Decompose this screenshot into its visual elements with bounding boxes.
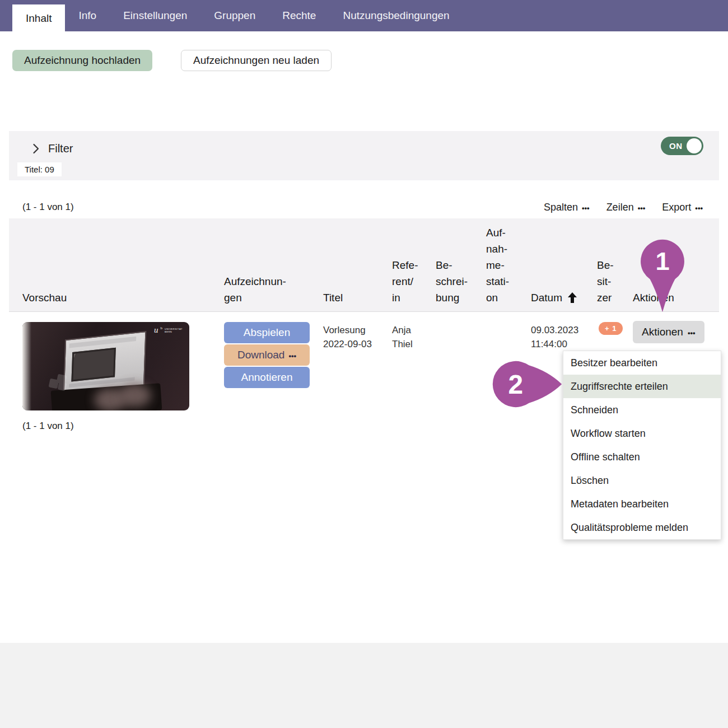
toggle-on-label: ON [669, 141, 683, 151]
thumbnail-light-edge [22, 322, 31, 410]
reload-recordings-button[interactable]: Aufzeichnungen neu laden [181, 50, 332, 71]
step-2-number: 2 [508, 370, 524, 399]
tab-nutzungsbedingungen[interactable]: Nutzungsbedingungen [329, 0, 463, 31]
watermark-icon [49, 375, 68, 391]
menu-item-offline-schalten[interactable]: Offline schalten [563, 445, 721, 469]
filter-label: Filter [48, 142, 73, 155]
column-header-aufnahmestation: Auf- nah- me- stati- on [486, 225, 509, 306]
column-header-aufzeichnungen: Aufzeichnun- gen [224, 273, 286, 306]
actions-dropdown-menu: Besitzer bearbeiten Zugriffsrechte ertei… [563, 351, 721, 540]
university-bern-logo: u b UNIVERSITÄT BERN [154, 326, 183, 333]
upload-recording-button[interactable]: Aufzeichnung hochladen [12, 50, 152, 71]
rows-label: Zeilen [606, 202, 634, 213]
filter-toggle[interactable]: ON [661, 137, 703, 155]
rows-menu-button[interactable]: Zeilen ••• [606, 202, 646, 213]
step-1-number: 1 [655, 247, 669, 276]
more-icon: ••• [288, 352, 296, 360]
actions-label: Aktionen [642, 326, 683, 338]
chevron-right-icon [32, 143, 39, 154]
annotate-button[interactable]: Annotieren [224, 367, 310, 388]
column-header-referent: Refe- rent/ in [392, 257, 418, 306]
video-thumbnail[interactable]: u b UNIVERSITÄT BERN [22, 322, 189, 410]
row-date: 09.03.2023 11:44:00 [531, 323, 578, 351]
more-icon: ••• [688, 329, 696, 337]
menu-item-schneiden[interactable]: Schneiden [563, 398, 721, 422]
table-header: Vorschau Aufzeichnun- gen Titel Refe- re… [9, 218, 719, 312]
download-label: Download [237, 349, 285, 361]
column-header-titel: Titel [323, 290, 343, 306]
tab-einstellungen[interactable]: Einstellungen [110, 0, 200, 31]
export-menu-button[interactable]: Export ••• [662, 202, 703, 213]
step-1-marker: 1 [637, 238, 688, 313]
logo-caption-line2: BERN [165, 330, 172, 333]
column-header-beschreibung: Be- schrei- bung [436, 257, 468, 306]
sort-ascending-icon [567, 292, 577, 303]
result-count-top: (1 - 1 von 1) [22, 202, 74, 213]
menu-item-besitzer-bearbeiten[interactable]: Besitzer bearbeiten [563, 351, 721, 375]
more-icon: ••• [638, 204, 646, 212]
filter-panel: Filter ON Titel: 09 [9, 131, 719, 180]
active-filter-chip[interactable]: Titel: 09 [17, 162, 62, 176]
table-tools: Spalten ••• Zeilen ••• Export ••• [544, 202, 703, 213]
tab-gruppen[interactable]: Gruppen [200, 0, 269, 31]
column-header-datum[interactable]: Datum [531, 290, 577, 306]
row-action-buttons: Abspielen Download ••• Annotieren [224, 322, 310, 388]
toggle-knob[interactable] [687, 138, 702, 153]
thumbnail-hand [119, 384, 151, 407]
row-presenter: Anja Thiel [392, 323, 413, 351]
columns-menu-button[interactable]: Spalten ••• [544, 202, 590, 213]
tab-rechte[interactable]: Rechte [269, 0, 329, 31]
more-icon: ••• [695, 204, 703, 212]
tab-info[interactable]: Info [65, 0, 110, 31]
download-button[interactable]: Download ••• [224, 344, 310, 366]
step-2-marker: 2 [489, 360, 564, 409]
menu-item-workflow-starten[interactable]: Workflow starten [563, 422, 721, 445]
menu-item-zugriffsrechte-erteilen[interactable]: Zugriffsrechte erteilen [563, 375, 721, 398]
owner-count-badge[interactable]: + 1 [599, 322, 623, 335]
footer-area [0, 643, 728, 728]
column-header-vorschau: Vorschau [22, 290, 67, 306]
row-actions-button[interactable]: Aktionen ••• [633, 321, 704, 343]
menu-item-qualitaetsprobleme-melden[interactable]: Qualitätsprobleme melden [563, 516, 721, 539]
filter-expander[interactable]: Filter [32, 142, 73, 155]
result-count-bottom: (1 - 1 von 1) [22, 421, 74, 432]
datum-label: Datum [531, 290, 562, 306]
tab-inhalt[interactable]: Inhalt [12, 4, 65, 32]
logo-u: u [154, 326, 158, 333]
logo-b: b [161, 326, 163, 330]
menu-item-loeschen[interactable]: Löschen [563, 469, 721, 492]
export-label: Export [662, 202, 691, 213]
menu-item-metadaten-bearbeiten[interactable]: Metadaten bearbeiten [563, 492, 721, 516]
columns-label: Spalten [544, 202, 578, 213]
top-navigation: Inhalt Info Einstellungen Gruppen Rechte… [0, 0, 728, 31]
more-icon: ••• [582, 204, 590, 212]
row-title: Vorlesung 2022-09-03 [323, 323, 372, 351]
column-header-besitzer: Be- sit- zer [597, 257, 614, 306]
play-button[interactable]: Abspielen [224, 322, 310, 343]
